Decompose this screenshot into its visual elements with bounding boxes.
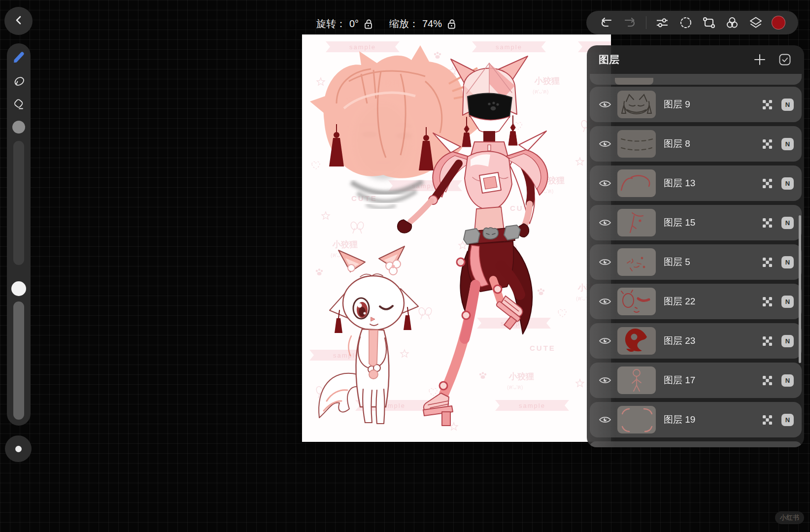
- rotation-unlock-icon[interactable]: [364, 18, 373, 30]
- zoom-status: 缩放： 74%: [389, 17, 457, 31]
- adjustments-icon[interactable]: [655, 15, 670, 30]
- select-layers-button[interactable]: [778, 53, 791, 66]
- app-root: sample 小狡狸 (ฅ'ᴗ'ฅ) CUTE: [0, 0, 810, 532]
- layer-visibility-eye-icon[interactable]: [599, 297, 611, 306]
- partial-layer-row[interactable]: [590, 441, 802, 447]
- layers-panel: 图层 图层 9: [587, 45, 804, 447]
- layers-scrollbar[interactable]: [799, 215, 801, 363]
- current-color-swatch: [772, 16, 785, 30]
- layer-blend-mode-badge[interactable]: N: [781, 99, 794, 111]
- layer-checker-icon[interactable]: [762, 415, 773, 425]
- layer-visibility-eye-icon[interactable]: [599, 100, 611, 109]
- layer-checker-icon[interactable]: [762, 139, 773, 149]
- layer-name: 图层 17: [664, 374, 762, 387]
- back-button[interactable]: [4, 7, 33, 35]
- layer-row[interactable]: 图层 19 N: [590, 402, 802, 437]
- transform-icon[interactable]: [702, 15, 716, 30]
- top-toolbar: [586, 11, 798, 34]
- partial-layer-row[interactable]: [590, 74, 802, 85]
- layer-blend-mode-badge[interactable]: N: [781, 138, 794, 150]
- layer-checker-icon[interactable]: [762, 100, 773, 110]
- layer-blend-mode-badge[interactable]: N: [781, 296, 794, 308]
- layer-visibility-eye-icon[interactable]: [599, 415, 611, 424]
- layer-thumbnail[interactable]: [617, 209, 656, 236]
- opacity-slider-knob[interactable]: [11, 281, 26, 296]
- layer-blend-mode-badge[interactable]: N: [781, 256, 794, 268]
- colors-icon[interactable]: [725, 15, 740, 30]
- layer-checker-icon[interactable]: [762, 297, 773, 307]
- zoom-label: 缩放：: [389, 17, 419, 31]
- rotation-value: 0°: [349, 18, 359, 30]
- zoom-unlock-icon[interactable]: [447, 18, 457, 30]
- layer-checker-icon[interactable]: [762, 178, 773, 189]
- rotation-label: 旋转：: [316, 17, 346, 31]
- layer-visibility-eye-icon[interactable]: [599, 376, 611, 385]
- layer-checker-icon[interactable]: [762, 257, 773, 267]
- layer-thumbnail: [615, 78, 653, 85]
- layer-row[interactable]: 图层 17 N: [590, 363, 802, 398]
- dot-icon: [15, 446, 22, 452]
- chibi-cat-art: [319, 246, 418, 424]
- chevron-left-icon: [13, 14, 25, 28]
- layer-thumbnail[interactable]: [617, 91, 656, 118]
- drawing-canvas[interactable]: sample 小狡狸 (ฅ'ᴗ'ฅ) CUTE: [302, 34, 611, 442]
- modify-button[interactable]: [5, 435, 32, 462]
- layers-icon[interactable]: [748, 15, 763, 30]
- layer-name: 图层 9: [664, 98, 762, 111]
- layer-thumbnail[interactable]: [617, 248, 656, 276]
- left-tool-sidebar: [7, 43, 31, 426]
- selection-icon[interactable]: [678, 15, 693, 30]
- layer-visibility-eye-icon[interactable]: [599, 139, 611, 148]
- layer-blend-mode-badge[interactable]: N: [781, 177, 794, 190]
- brush-tool-icon[interactable]: [12, 51, 25, 64]
- layer-visibility-eye-icon[interactable]: [599, 258, 611, 266]
- layer-visibility-eye-icon[interactable]: [599, 179, 611, 188]
- layer-thumbnail[interactable]: [617, 169, 656, 197]
- layer-name: 图层 8: [664, 137, 762, 150]
- smudge-tool-icon[interactable]: [12, 75, 25, 88]
- layer-name: 图层 23: [664, 334, 762, 347]
- redo-button[interactable]: [622, 15, 637, 30]
- zoom-value: 74%: [422, 18, 442, 30]
- layer-name: 图层 15: [664, 216, 762, 229]
- layer-row[interactable]: 图层 23 N: [590, 323, 802, 359]
- add-layer-button[interactable]: [754, 54, 766, 66]
- layer-row[interactable]: 图层 13 N: [590, 166, 802, 201]
- layer-blend-mode-badge[interactable]: N: [781, 335, 794, 347]
- layers-panel-header: 图层: [587, 45, 804, 74]
- eraser-tool-icon[interactable]: [12, 98, 25, 111]
- xiaohongshu-watermark: 小红书: [775, 511, 804, 524]
- layer-name: 图层 22: [664, 295, 762, 308]
- layer-blend-mode-badge[interactable]: N: [781, 374, 794, 387]
- layer-checker-icon[interactable]: [762, 336, 773, 346]
- layer-row[interactable]: 图层 5 N: [590, 244, 802, 280]
- layer-row[interactable]: 图层 8 N: [590, 126, 802, 162]
- layer-name: 图层 19: [664, 413, 762, 426]
- canvas-artwork: sample 小狡狸 (ฅ'ᴗ'ฅ) CUTE: [302, 34, 611, 442]
- layer-row[interactable]: 图层 22 N: [590, 284, 802, 319]
- layers-panel-title: 图层: [599, 53, 741, 66]
- undo-button[interactable]: [599, 15, 614, 30]
- layer-visibility-eye-icon[interactable]: [599, 336, 611, 345]
- rotation-status: 旋转： 0°: [316, 17, 373, 31]
- layer-row[interactable]: 图层 15 N: [590, 205, 802, 240]
- layer-thumbnail[interactable]: [617, 366, 656, 394]
- standing-heel-shoe: [423, 393, 453, 426]
- layer-checker-icon[interactable]: [762, 375, 773, 386]
- layer-thumbnail[interactable]: [617, 288, 656, 315]
- toolbar-divider: [646, 16, 646, 29]
- layer-visibility-eye-icon[interactable]: [599, 218, 611, 227]
- layer-row[interactable]: 图层 9 N: [590, 87, 802, 122]
- layer-checker-icon[interactable]: [762, 218, 773, 228]
- layer-blend-mode-badge[interactable]: N: [781, 217, 794, 229]
- color-swatch[interactable]: [772, 16, 785, 30]
- layer-thumbnail[interactable]: [617, 406, 656, 433]
- layer-name: 图层 13: [664, 177, 762, 190]
- opacity-slider-track[interactable]: [13, 301, 24, 420]
- layer-thumbnail[interactable]: [617, 130, 656, 158]
- layer-thumbnail[interactable]: [617, 327, 656, 355]
- layer-list: 图层 9 N 图层 8: [590, 87, 802, 437]
- brush-size-slider-knob[interactable]: [12, 121, 25, 133]
- layer-blend-mode-badge[interactable]: N: [781, 414, 794, 426]
- brush-size-slider-track[interactable]: [13, 141, 24, 265]
